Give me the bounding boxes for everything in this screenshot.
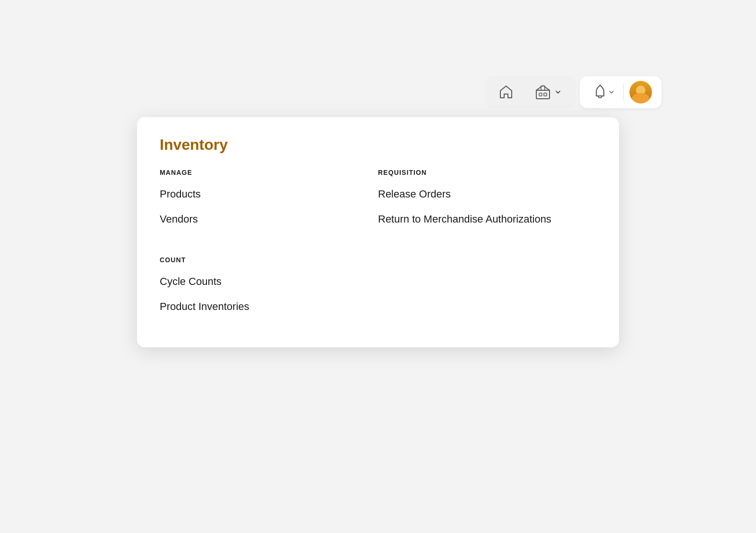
notification-icon [593,85,607,100]
home-icon [498,84,515,101]
requisition-section-label: REQUISITION [378,169,596,176]
user-avatar[interactable] [629,81,652,103]
avatar-image [629,81,652,103]
menu-item-products[interactable]: Products [160,188,378,201]
inventory-icon [534,84,551,101]
notification-chevron-icon [609,91,614,94]
menu-item-cycle-counts[interactable]: Cycle Counts [160,275,378,289]
nav-divider [623,84,624,101]
nav-right-section [580,76,662,108]
column-spacer [160,237,378,256]
menu-item-return-merchandise[interactable]: Return to Merchandise Authorizations [378,213,596,226]
dropdown-col-left: MANAGE Products Vendors COUNT Cycle Coun… [160,169,378,325]
navbar [94,73,662,111]
menu-item-vendors[interactable]: Vendors [160,213,378,226]
menu-item-release-orders[interactable]: Release Orders [378,188,596,201]
svg-rect-0 [536,90,550,99]
nav-left-section [485,76,576,108]
manage-section-label: MANAGE [160,169,378,176]
dropdown-columns: MANAGE Products Vendors COUNT Cycle Coun… [160,169,596,325]
dropdown-title: Inventory [160,136,596,154]
dropdown-col-right: REQUISITION Release Orders Return to Mer… [378,169,596,325]
inventory-dropdown: Inventory MANAGE Products Vendors COUNT … [137,117,619,347]
svg-rect-2 [544,93,547,96]
inventory-chevron-icon [555,90,561,94]
svg-rect-1 [539,93,542,96]
notification-button[interactable] [589,81,618,103]
home-button[interactable] [495,81,517,103]
inventory-button[interactable] [529,80,567,104]
menu-item-product-inventories[interactable]: Product Inventories [160,300,378,314]
count-section-label: COUNT [160,256,378,264]
